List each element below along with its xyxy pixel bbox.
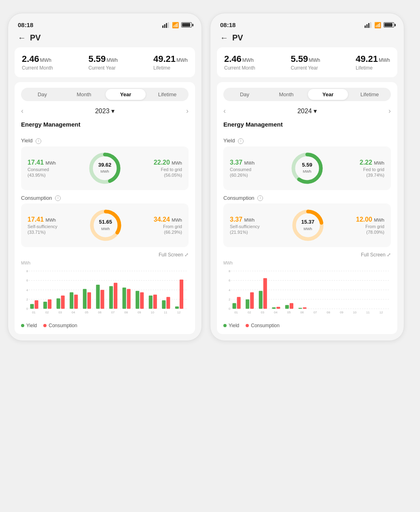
yield-info-icon[interactable]: i bbox=[36, 138, 41, 144]
tab-day[interactable]: Day bbox=[22, 89, 62, 100]
svg-rect-40 bbox=[127, 289, 131, 309]
stat-item-1: 5.59MWh Current Year bbox=[291, 54, 320, 71]
status-icons: 📶 bbox=[162, 22, 192, 28]
consumption-right: 34.24 MWh From grid (66.29%) bbox=[154, 216, 182, 235]
wifi-icon: 📶 bbox=[374, 22, 381, 28]
yield-label: Yield i bbox=[223, 138, 391, 144]
yield-consumed-pct: (43.95%) bbox=[28, 173, 56, 178]
svg-rect-88 bbox=[303, 307, 306, 309]
consumption-label: Consumption i bbox=[223, 195, 391, 201]
yield-donut-label: 39.62MWh bbox=[98, 162, 112, 174]
svg-rect-24 bbox=[57, 298, 60, 309]
tab-month[interactable]: Month bbox=[266, 89, 306, 100]
stats-card: 2.46MWh Current Month 5.59MWh Current Ye… bbox=[15, 47, 195, 77]
svg-rect-27 bbox=[70, 292, 73, 309]
chart-legend: Yield Consumption bbox=[223, 323, 391, 328]
yield-consumed-label: Consumed bbox=[28, 167, 56, 172]
yield-donut: 5.59MWh bbox=[291, 152, 323, 184]
yield-consumed-value: 17.41 bbox=[28, 159, 44, 166]
tab-lifetime[interactable]: Lifetime bbox=[147, 89, 187, 100]
stat-item-1: 5.59MWh Current Year bbox=[88, 54, 118, 71]
svg-text:6: 6 bbox=[229, 279, 230, 282]
svg-rect-30 bbox=[83, 289, 87, 309]
yield-right: 22.20 MWh Fed to grid (56.05%) bbox=[154, 159, 182, 178]
yield-fed-pct: (56.05%) bbox=[154, 173, 182, 178]
svg-rect-81 bbox=[272, 307, 276, 309]
svg-text:0: 0 bbox=[229, 307, 230, 311]
svg-rect-31 bbox=[87, 292, 91, 309]
legend-consumption-label: Consumption bbox=[251, 323, 280, 328]
yield-info-icon[interactable]: i bbox=[238, 138, 244, 144]
consumption-grid-label: From grid bbox=[154, 224, 182, 229]
svg-rect-84 bbox=[285, 305, 289, 309]
svg-rect-85 bbox=[290, 303, 293, 309]
prev-year-arrow[interactable]: ‹ bbox=[223, 107, 226, 115]
legend-consumption: Consumption bbox=[43, 323, 77, 328]
wifi-icon: 📶 bbox=[172, 22, 179, 28]
svg-rect-46 bbox=[153, 295, 157, 309]
svg-text:0: 0 bbox=[26, 307, 28, 311]
legend-consumption: Consumption bbox=[246, 323, 280, 328]
consumption-card: 17.41 MWh Self-sufficiency (33.71%) 51.6… bbox=[21, 203, 189, 247]
battery-icon bbox=[384, 22, 394, 28]
consumption-info-icon[interactable]: i bbox=[257, 195, 263, 201]
svg-rect-21 bbox=[43, 302, 47, 309]
svg-text:2: 2 bbox=[26, 298, 28, 301]
consumption-grid-label: From grid bbox=[356, 224, 384, 229]
legend-yield-label: Yield bbox=[26, 323, 37, 328]
svg-text:05: 05 bbox=[85, 311, 89, 314]
tab-year[interactable]: Year bbox=[106, 89, 146, 100]
next-year-arrow[interactable]: › bbox=[388, 107, 391, 115]
svg-rect-57 bbox=[370, 22, 371, 28]
svg-rect-3 bbox=[168, 22, 169, 28]
svg-text:08: 08 bbox=[124, 311, 128, 314]
yield-left: 3.37 MWh Consumed (60.26%) bbox=[230, 159, 255, 178]
svg-rect-1 bbox=[164, 24, 165, 28]
stat-label-2: Lifetime bbox=[356, 65, 390, 71]
consumption-left: 17.41 MWh Self-sufficiency (33.71%) bbox=[28, 216, 57, 235]
svg-rect-36 bbox=[109, 286, 113, 309]
next-year-arrow[interactable]: › bbox=[186, 107, 189, 115]
chart-y-label: MWh bbox=[21, 261, 189, 265]
tab-year[interactable]: Year bbox=[308, 89, 348, 100]
svg-text:06: 06 bbox=[300, 311, 304, 314]
stat-item-2: 49.21MWh Lifetime bbox=[356, 54, 390, 71]
nav-title: PV bbox=[30, 33, 41, 42]
full-screen-btn[interactable]: Full Screen ⤢ bbox=[223, 252, 391, 258]
consumption-left: 3.37 MWh Self-sufficiency (21.91%) bbox=[230, 216, 260, 235]
svg-rect-78 bbox=[259, 291, 263, 309]
stat-value-0: 2.46 bbox=[224, 54, 242, 64]
legend-consumption-label: Consumption bbox=[49, 323, 77, 328]
stat-label-0: Current Month bbox=[224, 65, 255, 71]
consumption-right: 12.00 MWh From grid (78.09%) bbox=[356, 216, 384, 235]
svg-text:03: 03 bbox=[261, 311, 265, 314]
legend-consumption-dot bbox=[43, 324, 47, 327]
svg-text:4: 4 bbox=[26, 288, 28, 292]
stat-item-0: 2.46MWh Current Month bbox=[224, 54, 255, 71]
yield-fed-value: 22.20 bbox=[154, 159, 170, 166]
svg-rect-33 bbox=[96, 285, 100, 309]
consumption-info-icon[interactable]: i bbox=[55, 195, 61, 201]
back-arrow[interactable]: ← bbox=[18, 33, 26, 42]
chart-wrapper: 02468010203040506070809101112 bbox=[21, 267, 189, 319]
yield-consumed-pct: (60.26%) bbox=[230, 173, 255, 178]
tab-day[interactable]: Day bbox=[225, 89, 265, 100]
tab-month[interactable]: Month bbox=[64, 89, 104, 100]
svg-rect-54 bbox=[365, 25, 366, 28]
prev-year-arrow[interactable]: ‹ bbox=[21, 107, 23, 115]
status-time: 08:18 bbox=[18, 21, 33, 28]
svg-rect-51 bbox=[175, 307, 179, 309]
energy-management-title: Energy Management bbox=[21, 121, 189, 128]
back-arrow[interactable]: ← bbox=[220, 33, 228, 42]
full-screen-btn[interactable]: Full Screen ⤢ bbox=[21, 252, 189, 258]
svg-rect-42 bbox=[136, 291, 139, 309]
signal-icon bbox=[162, 22, 170, 28]
year-selector[interactable]: 2024 ▾ bbox=[297, 107, 317, 115]
year-selector[interactable]: 2023 ▾ bbox=[95, 107, 115, 115]
stat-value-2: 49.21 bbox=[356, 54, 378, 64]
svg-rect-82 bbox=[276, 307, 280, 309]
consumption-self-pct: (21.91%) bbox=[230, 230, 260, 235]
nav-bar: ← PV bbox=[15, 32, 195, 47]
stat-item-2: 49.21MWh Lifetime bbox=[153, 54, 188, 71]
tab-lifetime[interactable]: Lifetime bbox=[350, 89, 390, 100]
